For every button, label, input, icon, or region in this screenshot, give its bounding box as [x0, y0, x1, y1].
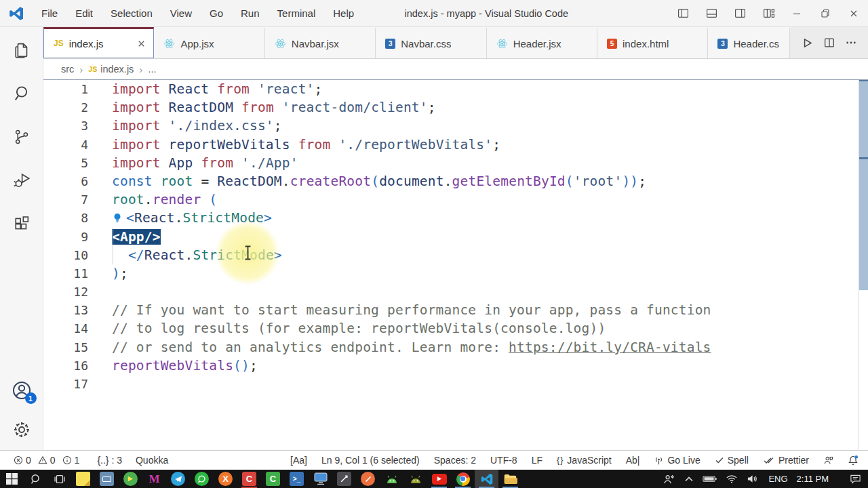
line-content[interactable]: // If you want to start measuring perfor… — [112, 301, 711, 319]
taskbar-file-explorer[interactable] — [498, 470, 522, 488]
menu-edit[interactable]: Edit — [68, 5, 100, 22]
status-case-indicator[interactable]: [Aa] — [290, 455, 307, 466]
taskbar-start[interactable] — [0, 470, 24, 488]
line-content[interactable]: import './index.css'; — [112, 117, 282, 135]
menu-go[interactable]: Go — [202, 5, 231, 22]
status-quokka[interactable]: Quokka — [136, 455, 168, 466]
line-content[interactable]: reportWebVitals(); — [112, 357, 258, 375]
taskbar-c-green-app[interactable]: C — [261, 470, 285, 488]
line-content[interactable]: </React.StrictMode> — [112, 246, 282, 264]
taskbar-idm[interactable] — [119, 470, 142, 488]
tray-language[interactable]: ENG — [768, 474, 787, 484]
taskbar-telegram[interactable] — [166, 470, 190, 488]
menu-run[interactable]: Run — [233, 5, 267, 22]
tray-chevron-up-icon[interactable] — [684, 476, 694, 483]
taskbar-xampp[interactable]: X — [214, 470, 237, 488]
tab-close-icon[interactable] — [136, 39, 146, 49]
status-cursor-position[interactable]: Ln 9, Col 1 (6 selected) — [321, 455, 420, 466]
line-content[interactable]: root.render ( — [112, 190, 217, 209]
breadcrumb-item[interactable]: ... — [148, 64, 156, 75]
status-indentation[interactable]: Spaces: 2 — [434, 455, 476, 466]
line-content[interactable]: <React.StrictMode> — [112, 209, 272, 227]
menu-file[interactable]: File — [34, 5, 65, 22]
layout-customize-button[interactable] — [754, 0, 783, 27]
taskbar-task-view[interactable] — [47, 470, 71, 488]
tray-wifi-icon[interactable] — [726, 474, 738, 484]
line-content[interactable]: import reportWebVitals from './reportWeb… — [112, 136, 500, 154]
tray-action-center-icon[interactable] — [850, 474, 861, 485]
menu-selection[interactable]: Selection — [103, 5, 160, 22]
tray-volume-icon[interactable] — [747, 474, 760, 484]
run-button[interactable] — [801, 37, 814, 49]
taskbar-android-emulator[interactable] — [380, 470, 403, 488]
taskbar-sticky-notes[interactable] — [71, 470, 95, 488]
taskbar-whatsapp[interactable] — [190, 470, 214, 488]
tray-battery-icon[interactable] — [703, 474, 717, 483]
layout-sidebar-right-button[interactable] — [726, 0, 754, 27]
taskbar-chrome[interactable] — [451, 470, 475, 488]
activitybar-extensions[interactable] — [11, 213, 33, 235]
taskbar-c-red-app[interactable]: C — [237, 470, 261, 488]
tray-clock[interactable]: 2:11 PM — [797, 474, 829, 484]
menu-help[interactable]: Help — [326, 5, 361, 22]
taskbar-vscode[interactable] — [475, 470, 498, 488]
menu-view[interactable]: View — [163, 5, 199, 22]
status-abbr-indicator[interactable]: Ab| — [626, 455, 640, 466]
editor-scrollbar[interactable] — [858, 80, 868, 451]
activitybar-account[interactable]: 1 — [11, 380, 33, 401]
tab-header-cs[interactable]: 3Header.cs — [708, 27, 790, 58]
menu-terminal[interactable]: Terminal — [270, 5, 323, 22]
line-content[interactable]: ); — [112, 264, 128, 283]
status-prettier[interactable]: Prettier — [763, 455, 809, 466]
line-content[interactable]: import App from './App' — [112, 154, 298, 172]
tab-index-html[interactable]: 5index.html — [597, 27, 708, 58]
taskbar-youtube[interactable] — [427, 470, 451, 488]
code-editor[interactable]: 1import React from 'react';2import React… — [43, 79, 868, 450]
split-editor-button[interactable] — [823, 37, 835, 49]
line-content[interactable]: import React from 'react'; — [112, 80, 323, 98]
taskbar-orange-app[interactable] — [356, 470, 380, 488]
status-eol[interactable]: LF — [532, 455, 542, 466]
activitybar-explorer[interactable] — [11, 39, 33, 61]
line-content[interactable]: import ReactDOM from 'react-dom/client'; — [112, 98, 436, 117]
more-actions-button[interactable] — [845, 37, 857, 49]
status-encoding[interactable]: UTF-8 — [490, 455, 517, 466]
taskbar-blue-utility[interactable] — [95, 470, 119, 488]
status-spell[interactable]: Spell — [715, 455, 749, 466]
activitybar-run-debug[interactable] — [11, 169, 33, 191]
tab-navbar-jsx[interactable]: Navbar.jsx — [265, 27, 376, 58]
taskbar-tools-app[interactable] — [332, 470, 356, 488]
breadcrumb[interactable]: src›JSindex.js›... — [43, 59, 868, 79]
lightbulb-icon[interactable] — [112, 213, 123, 224]
line-content[interactable]: // to log results (for example: reportWe… — [112, 319, 606, 338]
layout-sidebar-left-button[interactable] — [669, 0, 697, 27]
taskbar-m-app[interactable]: M — [142, 470, 166, 488]
status-brace-counter[interactable]: {..} : 3 — [97, 455, 122, 466]
tab-index-js[interactable]: JSindex.js — [43, 27, 154, 58]
line-content[interactable]: // or send to an analytics endpoint. Lea… — [112, 338, 711, 357]
minimize-button[interactable] — [783, 0, 811, 27]
tray-people-icon[interactable] — [663, 474, 675, 485]
close-button[interactable] — [840, 0, 868, 27]
restore-button[interactable] — [811, 0, 840, 27]
taskbar-terminal-app[interactable]: >_ — [285, 470, 309, 488]
problems-indicator[interactable]: 001 — [14, 455, 83, 466]
scrollbar-thumb[interactable] — [859, 80, 868, 290]
activitybar-search[interactable] — [11, 83, 33, 104]
taskbar-search[interactable] — [24, 470, 47, 488]
activitybar-settings[interactable] — [11, 419, 33, 441]
line-content[interactable]: <App/> — [112, 228, 161, 246]
tab-header-jsx[interactable]: Header.jsx — [487, 27, 597, 58]
tab-navbar-css[interactable]: 3Navbar.css — [376, 27, 486, 58]
activitybar-source-control[interactable] — [11, 126, 33, 148]
breadcrumb-item[interactable]: src — [61, 64, 74, 75]
line-content[interactable]: const root = ReactDOM.createRoot(documen… — [112, 172, 646, 190]
taskbar-display-app[interactable] — [309, 470, 332, 488]
status-notifications[interactable] — [848, 455, 859, 466]
tab-app-jsx[interactable]: App.jsx — [154, 27, 264, 58]
taskbar-android-emulator-2[interactable] — [403, 470, 427, 488]
status-feedback[interactable] — [823, 455, 833, 465]
status-go-live[interactable]: Go Live — [654, 455, 700, 466]
layout-panel-button[interactable] — [697, 0, 726, 27]
status-language-mode[interactable]: {}JavaScript — [557, 455, 612, 466]
